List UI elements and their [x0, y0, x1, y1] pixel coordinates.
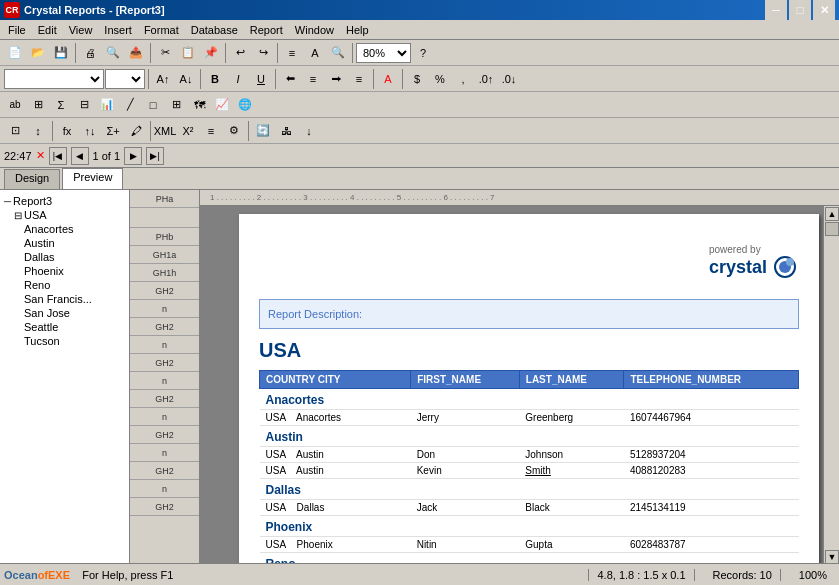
justify-button[interactable]: ≡ — [348, 68, 370, 90]
nav-first-btn[interactable]: |◀ — [49, 147, 67, 165]
map-button[interactable]: 🗺 — [188, 94, 210, 116]
print-button[interactable]: 🖨 — [79, 42, 101, 64]
tree-dallas[interactable]: Dallas — [4, 250, 125, 264]
undo-button[interactable]: ↩ — [229, 42, 251, 64]
group-sort-button[interactable]: ↑↓ — [79, 120, 101, 142]
currency-button[interactable]: $ — [406, 68, 428, 90]
drill-button[interactable]: ↓ — [298, 120, 320, 142]
cell-phone: 16074467964 — [624, 410, 799, 426]
field-list-button[interactable]: ≡ — [281, 42, 303, 64]
nav-next-btn[interactable]: ▶ — [124, 147, 142, 165]
tree-san-francisco[interactable]: San Francis... — [4, 292, 125, 306]
group-button[interactable]: ⊟ — [73, 94, 95, 116]
align-right-button[interactable]: ⮕ — [325, 68, 347, 90]
running-total-button[interactable]: Σ+ — [102, 120, 124, 142]
menu-format[interactable]: Format — [138, 21, 185, 39]
record-sort-button[interactable]: ↕ — [27, 120, 49, 142]
tree-anacortes[interactable]: Anacortes — [4, 222, 125, 236]
comma-button[interactable]: , — [452, 68, 474, 90]
refresh-button[interactable]: 🔄 — [252, 120, 274, 142]
tree-san-jose[interactable]: San Jose — [4, 306, 125, 320]
nav-close-btn[interactable]: ✕ — [36, 149, 45, 162]
bar-chart-button[interactable]: 📈 — [211, 94, 233, 116]
percent-button[interactable]: % — [429, 68, 451, 90]
tab-design[interactable]: Design — [4, 169, 60, 189]
print-preview-button[interactable]: 🔍 — [102, 42, 124, 64]
font-size-select[interactable] — [105, 69, 145, 89]
font-up-button[interactable]: A↑ — [152, 68, 174, 90]
box-button[interactable]: □ — [142, 94, 164, 116]
underline-button[interactable]: U — [250, 68, 272, 90]
title-controls: ─ □ ✕ — [765, 0, 835, 21]
menu-edit[interactable]: Edit — [32, 21, 63, 39]
tree-usa[interactable]: ⊟ USA — [4, 208, 125, 222]
section-expert-button[interactable]: ⊡ — [4, 120, 26, 142]
font-name-select[interactable] — [4, 69, 104, 89]
copy-button[interactable]: 📋 — [177, 42, 199, 64]
paste-button[interactable]: 📌 — [200, 42, 222, 64]
sep6 — [148, 69, 149, 89]
cell-fname: Kevin — [411, 463, 520, 479]
section-n1: n — [130, 300, 199, 318]
cross-tab-button[interactable]: ⊞ — [165, 94, 187, 116]
x2-button[interactable]: X² — [177, 120, 199, 142]
tree-seattle[interactable]: Seattle — [4, 320, 125, 334]
report-area[interactable]: 1 . . . . . . . . . 2 . . . . . . . . . … — [200, 190, 839, 563]
content-area: ─ Report3 ⊟ USA Anacortes Austin Dallas … — [0, 190, 839, 563]
export-button[interactable]: 📤 — [125, 42, 147, 64]
font-down-button[interactable]: A↓ — [175, 68, 197, 90]
help-button[interactable]: ? — [412, 42, 434, 64]
scroll-up-btn[interactable]: ▲ — [825, 207, 839, 221]
menu-window[interactable]: Window — [289, 21, 340, 39]
open-button[interactable]: 📂 — [27, 42, 49, 64]
redo-button[interactable]: ↪ — [252, 42, 274, 64]
menu-insert[interactable]: Insert — [98, 21, 138, 39]
menu-report[interactable]: Report — [244, 21, 289, 39]
align-center-button[interactable]: ≡ — [302, 68, 324, 90]
menu-view[interactable]: View — [63, 21, 99, 39]
tab-preview[interactable]: Preview — [62, 168, 123, 189]
sum-button[interactable]: Σ — [50, 94, 72, 116]
globe-button[interactable]: 🌐 — [234, 94, 256, 116]
nav-prev-btn[interactable]: ◀ — [71, 147, 89, 165]
xml-button[interactable]: XML — [154, 120, 176, 142]
zoom-select[interactable]: 80% 100% 150% — [356, 43, 411, 63]
menu-database[interactable]: Database — [185, 21, 244, 39]
tree-austin[interactable]: Austin — [4, 236, 125, 250]
report-wizard-button[interactable]: ⚙ — [223, 120, 245, 142]
minimize-button[interactable]: ─ — [765, 0, 787, 21]
cell-phone: 2145134119 — [624, 500, 799, 516]
dec-inc-button[interactable]: .0↑ — [475, 68, 497, 90]
new-button[interactable]: 📄 — [4, 42, 26, 64]
tabs: Design Preview — [0, 168, 839, 190]
text-object-button[interactable]: ab — [4, 94, 26, 116]
tree-root[interactable]: ─ Report3 — [4, 194, 125, 208]
align-left-button[interactable]: ⬅ — [279, 68, 301, 90]
col-last-name: LAST_NAME — [519, 371, 624, 389]
italic-button[interactable]: I — [227, 68, 249, 90]
find-button[interactable]: 🔍 — [327, 42, 349, 64]
format-button[interactable]: A — [304, 42, 326, 64]
save-button[interactable]: 💾 — [50, 42, 72, 64]
select-expert-button[interactable]: ≡ — [200, 120, 222, 142]
tree-tucson[interactable]: Tucson — [4, 334, 125, 348]
formula-button[interactable]: fx — [56, 120, 78, 142]
bold-button[interactable]: B — [204, 68, 226, 90]
tree-phoenix[interactable]: Phoenix — [4, 264, 125, 278]
scroll-down-btn[interactable]: ▼ — [825, 550, 839, 563]
cell-country-city: USA Anacortes — [260, 410, 411, 426]
cut-button[interactable]: ✂ — [154, 42, 176, 64]
maximize-button[interactable]: □ — [789, 0, 811, 21]
tree-reno[interactable]: Reno — [4, 278, 125, 292]
dec-dec-button[interactable]: .0↓ — [498, 68, 520, 90]
font-color-button[interactable]: A — [377, 68, 399, 90]
table-button[interactable]: ⊞ — [27, 94, 49, 116]
close-button[interactable]: ✕ — [813, 0, 835, 21]
line-button[interactable]: ╱ — [119, 94, 141, 116]
menu-file[interactable]: File — [2, 21, 32, 39]
server-button[interactable]: 🖧 — [275, 120, 297, 142]
highlight-button[interactable]: 🖍 — [125, 120, 147, 142]
menu-help[interactable]: Help — [340, 21, 375, 39]
chart-button[interactable]: 📊 — [96, 94, 118, 116]
nav-last-btn[interactable]: ▶| — [146, 147, 164, 165]
